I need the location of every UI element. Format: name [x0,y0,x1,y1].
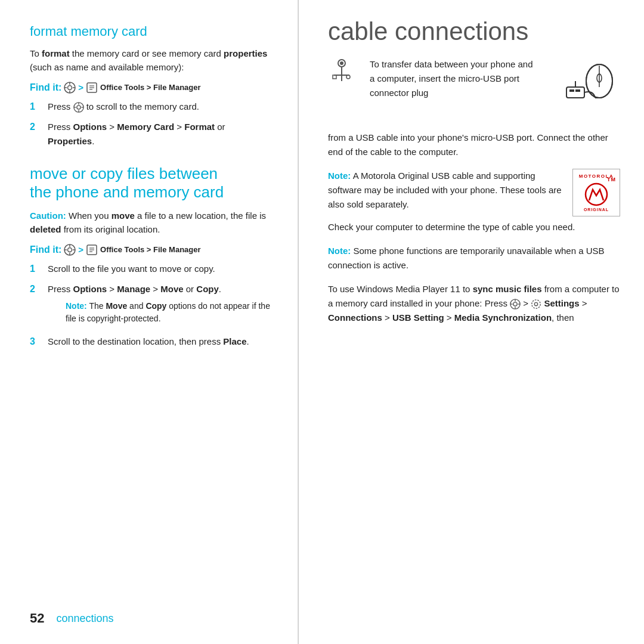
svg-rect-36 [566,87,584,98]
page-title: cable connections [328,18,620,45]
find-it-label-2: Find it: [30,244,61,255]
column-divider [298,0,299,644]
svg-point-43 [513,302,517,306]
step-1a: 1 Press to scroll to the memory card. [30,100,274,114]
svg-point-27 [340,61,343,65]
caution-block: Caution: When you move a file to a new l… [30,209,274,237]
step-num-1a: 1 [30,100,39,114]
usb-area: To transfer data between your phone and … [328,57,620,125]
settings-icon-right [531,299,541,309]
phone-functions-section: Note: Some phone functions are temporari… [328,244,620,273]
page: format memory card To format the memory … [0,0,644,644]
svg-point-1 [68,85,72,89]
step-content-2b: Press Options > Manage > Move or Copy. N… [48,282,274,328]
motorola-badge: MOTOROLA TM ORIGINAL [572,169,620,216]
step-num-2a: 2 [30,120,39,135]
office-tools-icon-2 [86,244,98,256]
motorola-original-text: ORIGINAL [584,208,609,212]
phone-computer-svg [555,57,620,123]
svg-point-11 [76,105,80,109]
svg-point-17 [68,247,72,252]
step-1b: 1 Scroll to the file you want to move or… [30,262,274,277]
step-num-1b: 1 [30,262,39,277]
format-intro: To format the memory card or see memory … [30,47,274,75]
right-column: cable connections To tr [298,0,644,644]
format-steps: 1 Press to scroll to the memory card. 2 … [30,100,274,148]
usb-text: To transfer data between your phone and … [370,57,540,100]
usb-symbol-icon [328,58,355,86]
step-num-3b: 3 [30,335,39,349]
step-content-1a: Press to scroll to the memory card. [48,100,274,113]
motorola-m-logo [582,182,611,206]
check-computer-text: Check your computer to determine the typ… [328,220,620,234]
phone-functions-note: Note: Some phone functions are temporari… [328,244,620,273]
svg-rect-37 [569,89,574,92]
svg-rect-38 [575,89,580,92]
nav-icon-step1 [73,102,84,113]
usb-icon-group [328,58,360,88]
footer: 52 connections [30,611,114,626]
step-content-2a: Press Options > Memory Card > Format or … [48,120,274,148]
movecopy-nav-path: Office Tools > File Manager [100,245,200,254]
nav-icon-2 [64,244,76,256]
step-3b: 3 Scroll to the destination location, th… [30,335,274,349]
svg-point-49 [532,300,540,308]
format-findit: Find it: > Office Tools > File Manager [30,82,274,94]
sync-text: To use Windows Media Player 11 to sync m… [328,282,620,325]
office-tools-icon-1 [86,82,98,94]
movecopy-steps: 1 Scroll to the file you want to move or… [30,262,274,349]
tm-badge: TM [607,177,616,182]
format-nav-path: Office Tools > File Manager [100,83,200,92]
format-heading: format memory card [30,24,274,39]
find-it-label-1: Find it: [30,82,61,93]
step-content-1b: Scroll to the file you want to move or c… [48,262,274,275]
arrow-2: > [78,244,83,255]
usb-body-cont: from a USB cable into your phone's micro… [328,131,620,159]
left-column: format memory card To format the memory … [0,0,298,644]
step-content-3b: Scroll to the destination location, then… [48,335,274,348]
usb-section: To transfer data between your phone and … [328,57,620,159]
movecopy-heading: move or copy files betweenthe phone and … [30,165,274,202]
step-2b: 2 Press Options > Manage > Move or Copy.… [30,282,274,328]
svg-point-48 [535,303,538,306]
nav-icon-right [510,299,521,309]
motorola-section: MOTOROLA TM ORIGINAL Note: A Motorola Or… [328,169,620,234]
device-image [555,57,620,125]
movecopy-findit: Find it: > Office Tools > File Manager [30,244,274,256]
step-num-2b: 2 [30,282,39,297]
step-2a: 2 Press Options > Memory Card > Format o… [30,120,274,148]
footer-page-num: 52 [30,611,44,626]
footer-label: connections [56,612,113,625]
note-block-2b: Note: The Move and Copy options do not a… [66,300,274,325]
sync-section: To use Windows Media Player 11 to sync m… [328,282,620,325]
nav-icon-1 [64,82,76,94]
arrow-1: > [78,82,83,92]
